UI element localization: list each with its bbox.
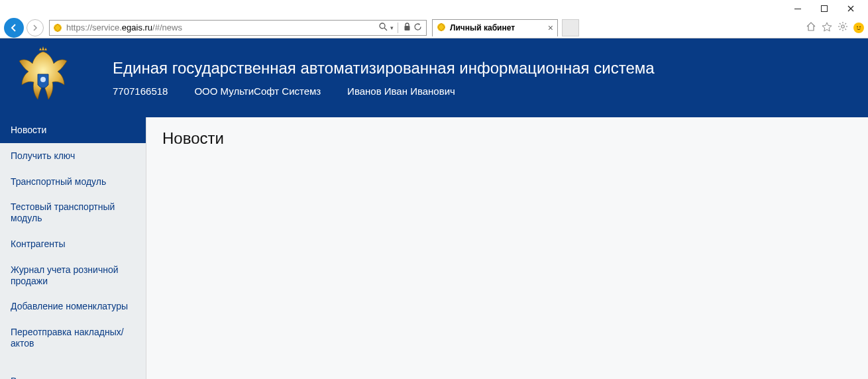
sidebar-item-news[interactable]: Новости xyxy=(0,117,146,143)
header-org: ООО МультиСофт Системз xyxy=(194,85,321,97)
favorites-icon[interactable] xyxy=(822,21,832,34)
sidebar-item-label: Переотправка накладных/актов xyxy=(11,327,124,349)
smiley-icon[interactable] xyxy=(853,23,864,33)
separator xyxy=(398,23,398,33)
svg-rect-1 xyxy=(822,6,828,12)
page-header: Единая государственная автоматизированна… xyxy=(0,38,868,117)
sidebar-item-label: Выход xyxy=(11,376,38,379)
svg-line-16 xyxy=(845,23,846,25)
search-dropdown-icon[interactable]: ▾ xyxy=(390,25,394,31)
svg-line-17 xyxy=(840,28,841,30)
tab-favicon-icon xyxy=(437,23,446,34)
tab-close-icon[interactable]: × xyxy=(548,23,553,33)
sidebar-item-label: Транспортный модуль xyxy=(11,176,106,187)
forward-button[interactable] xyxy=(27,19,44,36)
sidebar-item-label: Контрагенты xyxy=(11,239,65,249)
tab-title: Личный кабинет xyxy=(450,23,544,32)
address-text: https://service.egais.ru/#/news xyxy=(64,23,379,32)
content-title: Новости xyxy=(162,129,852,148)
address-bar[interactable]: https://service.egais.ru/#/news ▾ xyxy=(49,20,427,36)
settings-icon[interactable] xyxy=(838,21,848,34)
window-minimize-button[interactable] xyxy=(785,1,811,17)
sidebar-item-label: Журнал учета розничной продажи xyxy=(11,264,119,286)
svg-point-19 xyxy=(859,26,861,27)
sidebar-item-test-transport[interactable]: Тестовый транспортный модуль xyxy=(0,194,146,231)
window-close-button[interactable] xyxy=(838,1,864,17)
refresh-icon[interactable] xyxy=(413,23,422,33)
svg-point-18 xyxy=(857,26,858,27)
emblem-icon xyxy=(7,42,80,115)
sidebar-item-resend[interactable]: Переотправка накладных/актов xyxy=(0,319,146,356)
sidebar-item-add-nomenclature[interactable]: Добавление номенклатуры xyxy=(0,294,146,319)
browser-tab[interactable]: Личный кабинет × xyxy=(432,19,558,36)
window-maximize-button[interactable] xyxy=(811,1,838,17)
window-titlebar xyxy=(0,0,868,17)
svg-rect-7 xyxy=(405,26,410,30)
site-favicon-icon xyxy=(52,23,64,32)
svg-line-14 xyxy=(840,23,841,25)
sidebar-item-label: Тестовый транспортный модуль xyxy=(11,201,115,223)
new-tab-button[interactable] xyxy=(562,19,579,36)
browser-navbar: https://service.egais.ru/#/news ▾ Личный… xyxy=(0,17,868,38)
header-user: Иванов Иван Иванович xyxy=(347,85,455,97)
content-area: Новости xyxy=(146,117,868,379)
home-icon[interactable] xyxy=(806,21,816,34)
svg-point-4 xyxy=(54,24,62,32)
sidebar-item-logout[interactable]: Выход xyxy=(0,368,146,379)
svg-point-8 xyxy=(437,23,445,31)
svg-point-9 xyxy=(841,25,844,28)
svg-point-20 xyxy=(40,77,46,82)
sidebar-item-get-key[interactable]: Получить ключ xyxy=(0,143,146,169)
header-inn: 7707166518 xyxy=(113,85,168,97)
lock-icon xyxy=(404,23,411,33)
search-icon[interactable] xyxy=(379,23,388,33)
sidebar-item-counterparties[interactable]: Контрагенты xyxy=(0,231,146,257)
sidebar-item-label: Добавление номенклатуры xyxy=(11,301,128,311)
sidebar-item-label: Новости xyxy=(11,125,46,135)
sidebar: Новости Получить ключ Транспортный модул… xyxy=(0,117,146,379)
page-title: Единая государственная автоматизированна… xyxy=(113,59,655,78)
sidebar-item-retail-journal[interactable]: Журнал учета розничной продажи xyxy=(0,257,146,294)
sidebar-item-label: Получить ключ xyxy=(11,150,75,161)
svg-line-6 xyxy=(384,28,387,30)
sidebar-item-transport[interactable]: Транспортный модуль xyxy=(0,169,146,195)
svg-line-15 xyxy=(845,28,846,30)
back-button[interactable] xyxy=(4,18,24,38)
svg-rect-0 xyxy=(794,9,801,9)
svg-point-5 xyxy=(380,23,385,28)
